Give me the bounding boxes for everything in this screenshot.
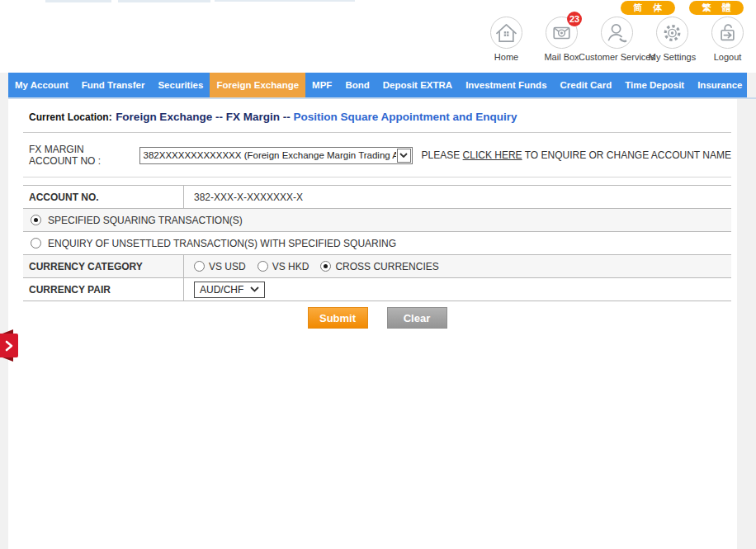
account-no-value: 382-XXX-X-XXXXXXX-X bbox=[184, 186, 731, 208]
language-traditional-button[interactable]: 繁 體 bbox=[689, 1, 744, 15]
home-icon bbox=[490, 17, 522, 49]
gear-icon bbox=[656, 17, 688, 49]
logout-label: Logout bbox=[714, 52, 742, 62]
nav-item-fund-transfer[interactable]: Fund Transfer bbox=[75, 73, 152, 97]
fx-margin-account-row: FX MARGIN ACCOUNT NO : 382XXXXXXXXXXXXX … bbox=[23, 133, 731, 177]
language-simplified-button[interactable]: 简 体 bbox=[621, 1, 675, 15]
fx-margin-account-select[interactable]: 382XXXXXXXXXXXXX (Foreign Exchange Margi… bbox=[139, 147, 413, 164]
nav-item-mpf[interactable]: MPF bbox=[305, 73, 338, 97]
account-name-note: PLEASE CLICK HERE TO ENQUIRE OR CHANGE A… bbox=[422, 149, 731, 161]
dropdown-arrow-icon bbox=[397, 149, 411, 163]
unsettled-enquiry-label: ENQUIRY OF UNSETTLED TRANSACTION(S) WITH… bbox=[48, 238, 396, 249]
breadcrumb-prefix: Current Location: bbox=[29, 111, 112, 123]
ebanking-page: { "colors": { "nav_blue": "#3c8ce6", "na… bbox=[0, 0, 756, 549]
specified-squaring-label: SPECIFIED SQUARING TRANSACTION(S) bbox=[48, 215, 243, 226]
my-settings-button[interactable]: My Settings bbox=[645, 17, 700, 62]
header-icon-row: Home 23 Mail Box Cu bbox=[479, 17, 756, 62]
logout-button[interactable]: Logout bbox=[700, 17, 755, 62]
cross-currencies-radio[interactable] bbox=[320, 261, 331, 272]
nav-item-my-account[interactable]: My Account bbox=[8, 73, 75, 97]
specified-squaring-row: SPECIFIED SQUARING TRANSACTION(S) bbox=[23, 209, 731, 232]
nav-item-securities[interactable]: Securities bbox=[151, 73, 210, 97]
currency-pair-select[interactable]: AUD/CHF bbox=[194, 282, 265, 298]
logo-fragment bbox=[45, 0, 111, 2]
header: 简 体 繁 體 Home 23 bbox=[0, 0, 756, 73]
nav-item-investment-funds[interactable]: Investment Funds bbox=[459, 73, 553, 97]
cross-currencies-label: CROSS CURRENCIES bbox=[335, 261, 438, 272]
vs-usd-label: VS USD bbox=[209, 261, 246, 272]
nav-item-bond[interactable]: Bond bbox=[338, 73, 376, 97]
nav-item-time-deposit[interactable]: Time Deposit bbox=[618, 73, 691, 97]
breadcrumb-path: Foreign Exchange -- FX Margin -- bbox=[116, 111, 293, 123]
vs-usd-radio[interactable] bbox=[194, 261, 205, 272]
currency-pair-selected-value: AUD/CHF bbox=[200, 284, 243, 296]
logout-icon bbox=[711, 17, 744, 49]
nav-item-credit-card[interactable]: Credit Card bbox=[554, 73, 619, 97]
ribbon-fold bbox=[2, 357, 13, 362]
click-here-link[interactable]: CLICK HERE bbox=[463, 149, 522, 161]
logo-fragment bbox=[118, 0, 210, 2]
side-panel-toggle[interactable] bbox=[0, 329, 18, 362]
home-button[interactable]: Home bbox=[479, 17, 534, 62]
customer-services-button[interactable]: Customer Services bbox=[589, 17, 645, 62]
mailbox-badge: 23 bbox=[567, 12, 582, 26]
my-settings-label: My Settings bbox=[649, 52, 696, 62]
nav-item-loan[interactable]: Loan bbox=[749, 73, 756, 97]
unsettled-enquiry-row: ENQUIRY OF UNSETTLED TRANSACTION(S) WITH… bbox=[23, 232, 731, 255]
submit-button[interactable]: Submit bbox=[308, 307, 368, 329]
fx-margin-account-selected-value: 382XXXXXXXXXXXXX (Foreign Exchange Margi… bbox=[140, 150, 396, 160]
account-no-label: ACCOUNT NO. bbox=[23, 186, 184, 208]
currency-category-label: CURRENCY CATEGORY bbox=[23, 255, 184, 277]
fx-margin-account-label: FX MARGIN ACCOUNT NO : bbox=[29, 144, 134, 167]
unsettled-enquiry-radio[interactable] bbox=[31, 238, 41, 248]
dropdown-arrow-icon bbox=[250, 286, 259, 292]
nav-item-deposit-extra[interactable]: Deposit EXTRA bbox=[376, 73, 459, 97]
currency-category-row: CURRENCY CATEGORY VS USD VS HKD CROSS CU… bbox=[23, 255, 731, 278]
currency-pair-label: CURRENCY PAIR bbox=[23, 278, 184, 301]
breadcrumb-current-page[interactable]: Position Square Appointment and Enquiry bbox=[293, 111, 517, 123]
nav-item-foreign-exchange[interactable]: Foreign Exchange bbox=[210, 73, 305, 97]
form-actions: Submit Clear bbox=[23, 307, 731, 329]
content-panel: Current Location: Foreign Exchange -- FX… bbox=[8, 99, 737, 549]
logo-fragment bbox=[215, 0, 355, 2]
currency-pair-row: CURRENCY PAIR AUD/CHF bbox=[23, 278, 731, 301]
main-nav: My Account Fund Transfer Securities Fore… bbox=[8, 73, 747, 97]
breadcrumb: Current Location: Foreign Exchange -- FX… bbox=[23, 99, 731, 133]
nav-item-insurance[interactable]: Insurance bbox=[691, 73, 749, 97]
vs-hkd-radio[interactable] bbox=[258, 261, 268, 272]
home-label: Home bbox=[494, 52, 518, 62]
vs-hkd-label: VS HKD bbox=[272, 261, 309, 272]
mailbox-label: Mail Box bbox=[544, 52, 579, 62]
specified-squaring-radio[interactable] bbox=[31, 215, 41, 225]
customer-services-icon bbox=[601, 17, 633, 49]
clear-button[interactable]: Clear bbox=[387, 307, 447, 329]
account-no-row: ACCOUNT NO. 382-XXX-X-XXXXXXX-X bbox=[23, 186, 731, 209]
enquiry-form-table: ACCOUNT NO. 382-XXX-X-XXXXXXX-X SPECIFIE… bbox=[23, 185, 731, 301]
chevron-right-icon bbox=[4, 340, 14, 352]
